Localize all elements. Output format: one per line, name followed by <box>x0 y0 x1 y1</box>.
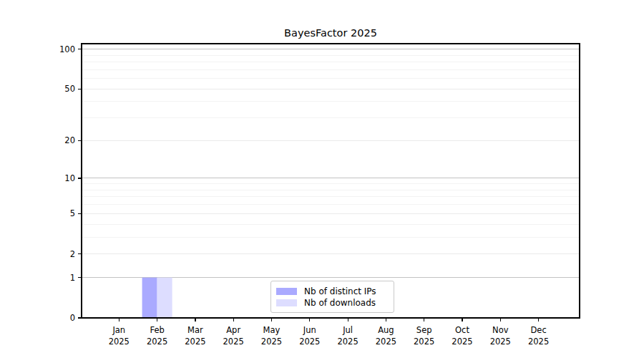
y-tick-label: 0 <box>70 313 75 323</box>
y-tick-label: 1 <box>70 273 75 283</box>
plot-frame <box>82 44 580 318</box>
legend-item: Nb of downloads <box>276 299 394 307</box>
grid-layer <box>82 49 580 278</box>
y-tick-label: 10 <box>64 173 75 183</box>
download-stats-chart: 0125102050100Jan2025Feb2025Mar2025Apr202… <box>0 0 644 358</box>
legend-label-downloads: Nb of downloads <box>304 299 376 307</box>
x-tick-label-month: Jul <box>342 325 353 335</box>
legend-swatch-downloads <box>276 299 297 306</box>
x-tick-label-month: Nov <box>492 325 509 335</box>
x-tick-label-year: 2025 <box>299 337 320 347</box>
x-tick-label-year: 2025 <box>223 337 244 347</box>
x-tick-label-year: 2025 <box>452 337 472 347</box>
x-tick-label-month: Aug <box>378 325 394 335</box>
y-tick-label: 50 <box>64 84 75 94</box>
x-tick-label-year: 2025 <box>528 337 549 347</box>
y-tick-label: 5 <box>70 208 75 218</box>
bar-nb-of-distinct-ips <box>142 278 157 318</box>
x-tick-label-year: 2025 <box>261 337 282 347</box>
x-tick-label-year: 2025 <box>147 337 167 347</box>
x-tick-label-month: Jan <box>112 325 125 335</box>
x-tick-label-month: Feb <box>150 325 164 335</box>
legend-label-distinct-ips: Nb of distinct IPs <box>304 287 376 296</box>
x-tick-label-month: Oct <box>455 325 469 335</box>
x-tick-label-year: 2025 <box>185 337 205 347</box>
x-tick-label-month: May <box>263 325 280 335</box>
x-tick-label-month: Jun <box>303 325 316 335</box>
bars-layer <box>142 278 172 318</box>
legend: Nb of distinct IPs Nb of downloads <box>270 281 394 313</box>
legend-item: Nb of distinct IPs <box>276 287 394 296</box>
x-tick-label-month: Mar <box>187 325 203 335</box>
x-tick-label-year: 2025 <box>109 337 130 347</box>
x-tick-label-year: 2025 <box>376 337 396 347</box>
chart-title: BayesFactor 2025 <box>284 27 377 39</box>
x-tick-label-month: Apr <box>226 325 240 335</box>
y-tick-label: 20 <box>64 135 75 145</box>
y-tick-label: 100 <box>59 44 75 54</box>
x-tick-label-year: 2025 <box>490 337 511 347</box>
x-tick-label-year: 2025 <box>414 337 434 347</box>
x-tick-label-month: Dec <box>530 325 546 335</box>
x-tick-label-year: 2025 <box>337 337 358 347</box>
legend-swatch-distinct-ips <box>276 288 297 295</box>
bar-nb-of-downloads <box>157 278 172 318</box>
y-tick-label: 2 <box>70 249 75 259</box>
x-tick-label-month: Sep <box>416 325 432 335</box>
